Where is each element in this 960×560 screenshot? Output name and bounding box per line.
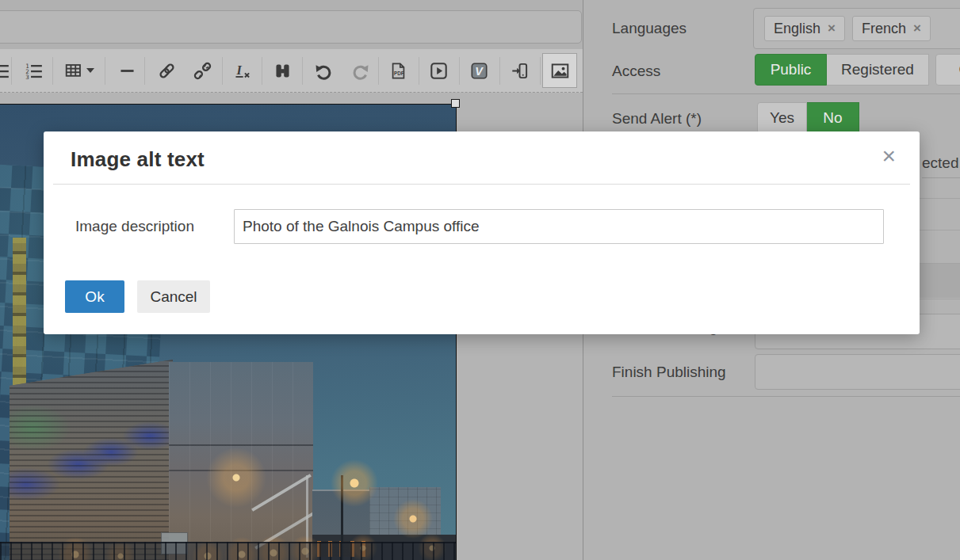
insert-media-icon[interactable]	[421, 53, 456, 88]
numbered-list-icon[interactable]: 123	[16, 53, 51, 88]
send-to-device-icon[interactable]	[502, 53, 537, 88]
insert-vimeo-icon[interactable]: V	[461, 53, 496, 88]
table-icon[interactable]	[55, 53, 103, 88]
send-alert-yes[interactable]: Yes	[757, 102, 807, 134]
remove-tag-icon[interactable]: ×	[828, 21, 836, 36]
bullet-list-icon[interactable]	[0, 53, 17, 88]
horizontal-rule-icon[interactable]	[109, 53, 144, 88]
language-tag-french[interactable]: French ×	[852, 16, 931, 41]
access-option-registered[interactable]: Registered	[827, 54, 929, 86]
clear-formatting-icon[interactable]: I	[224, 53, 259, 88]
sidebar-divider	[612, 396, 960, 397]
svg-text:V: V	[475, 65, 484, 78]
cancel-button[interactable]: Cancel	[137, 280, 210, 313]
finish-publishing-input[interactable]	[755, 354, 960, 390]
svg-text:I: I	[235, 63, 242, 77]
sidebar-divider	[922, 177, 960, 178]
cms-editor-screen: 123 I P	[0, 0, 960, 560]
svg-text:3: 3	[25, 73, 29, 79]
unlink-icon[interactable]	[185, 53, 220, 88]
finish-publishing-label: Finish Publishing	[612, 364, 726, 381]
dialog-header: Image alt text ×	[53, 131, 910, 185]
access-label: Access	[612, 63, 660, 80]
list-row-divider	[920, 299, 960, 299]
insert-image-icon[interactable]	[542, 53, 577, 88]
svg-text:PDF: PDF	[393, 70, 404, 76]
editor-toolbar: 123 I P	[0, 49, 583, 93]
dialog-body: Image description	[44, 185, 920, 244]
export-pdf-icon[interactable]: PDF	[381, 53, 415, 88]
languages-label: Languages	[612, 20, 687, 37]
access-option-public[interactable]: Public	[755, 54, 827, 86]
photo-lamp-glow	[331, 459, 378, 507]
close-icon[interactable]: ×	[882, 144, 896, 168]
list-row-divider	[920, 198, 960, 199]
image-resize-handle[interactable]	[451, 99, 460, 108]
redo-icon[interactable]	[343, 53, 378, 88]
send-alert-label: Send Alert (*)	[612, 110, 702, 128]
undo-icon[interactable]	[305, 53, 340, 88]
find-replace-icon[interactable]	[265, 53, 300, 88]
sidebar-divider	[612, 93, 960, 94]
image-description-label: Image description	[75, 218, 234, 235]
photo-fence	[0, 542, 457, 560]
list-row-divider	[920, 230, 960, 230]
send-alert-toggle: Yes No	[757, 102, 859, 134]
access-option-group[interactable]: Gr	[935, 54, 960, 86]
dialog-title: Image alt text	[71, 147, 893, 172]
send-alert-no[interactable]: No	[807, 102, 859, 134]
dialog-footer: Ok Cancel	[44, 244, 920, 313]
link-icon[interactable]	[149, 53, 184, 88]
image-alt-text-dialog: Image alt text × Image description Ok Ca…	[44, 131, 920, 334]
languages-tag-input[interactable]: English × French ×	[753, 8, 960, 49]
ok-button[interactable]: Ok	[65, 280, 124, 313]
access-button-group-overflow: Gr	[935, 54, 960, 86]
article-title-field[interactable]	[0, 10, 582, 44]
image-description-input[interactable]	[234, 209, 884, 244]
remove-tag-icon[interactable]: ×	[913, 21, 921, 36]
language-tag-english[interactable]: English ×	[764, 16, 845, 41]
occluded-text-fragment: ected.	[922, 154, 960, 172]
list-row-highlight	[920, 264, 960, 298]
chevron-down-icon	[86, 68, 94, 73]
access-button-group: Public Registered	[755, 54, 929, 86]
